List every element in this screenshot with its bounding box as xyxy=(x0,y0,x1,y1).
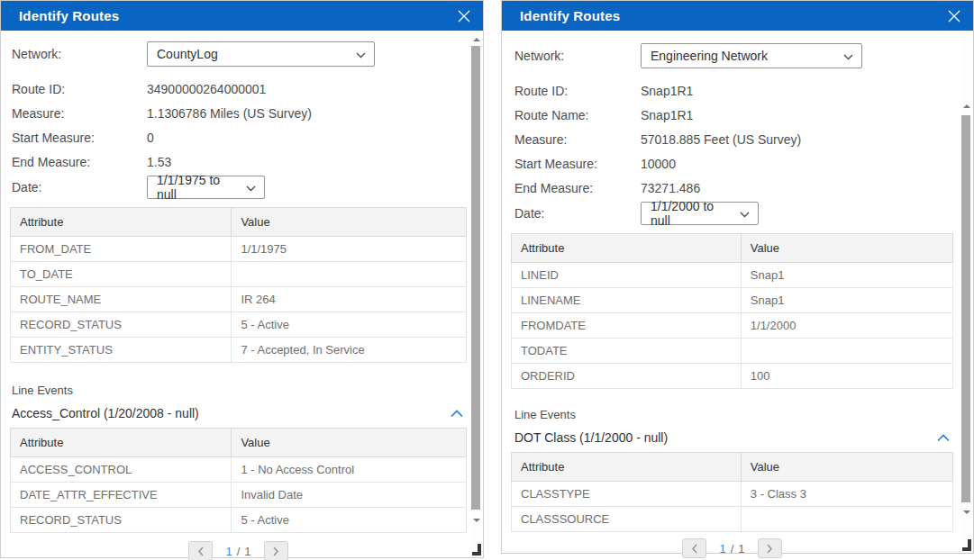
table-row: CLASSTYPE3 - Class 3 xyxy=(512,482,953,507)
end-measure-value: 73271.486 xyxy=(641,181,700,195)
scrollbar-thumb[interactable] xyxy=(471,46,480,510)
route-name-value: Snap1R1 xyxy=(641,108,693,122)
field-row-route-name: Route Name:Snap1R1 xyxy=(511,103,953,127)
chevron-down-icon xyxy=(239,180,256,194)
measure-value: 57018.885 Feet (US Survey) xyxy=(641,132,801,147)
value-cell: 1 - No Access Control xyxy=(232,457,467,483)
field-row-measure: Measure:1.1306786 Miles (US Survey) xyxy=(10,101,467,125)
resize-grip[interactable] xyxy=(472,544,481,555)
total-pages: 1 xyxy=(244,545,250,558)
event-attribute-table: AttributeValueCLASSTYPE3 - Class 3CLASSS… xyxy=(511,452,953,532)
event-section-title: DOT Class (1/1/2000 - null) xyxy=(514,430,668,445)
end-measure-value: 1.53 xyxy=(147,155,171,169)
field-list: Network:CountyLogRoute ID:34900000264000… xyxy=(10,41,467,200)
close-icon[interactable] xyxy=(946,8,962,24)
start-measure-label: Start Measure: xyxy=(12,131,147,145)
network-label: Network: xyxy=(514,49,641,63)
dialog-title-bar[interactable]: Identify Routes xyxy=(1,1,483,31)
vertical-scrollbar xyxy=(470,32,482,556)
table-row: TO_DATE xyxy=(11,262,467,287)
chevron-up-icon[interactable] xyxy=(449,404,465,422)
event-section-header: DOT Class (1/1/2000 - null) xyxy=(511,427,953,447)
next-page-button[interactable] xyxy=(758,538,782,558)
network-select[interactable]: Engineering Network xyxy=(641,43,862,68)
attribute-cell: TODATE xyxy=(512,339,742,364)
measure-label: Measure: xyxy=(514,132,641,147)
field-row-start-measure: Start Measure:0 xyxy=(10,125,467,149)
scroll-down-arrow[interactable] xyxy=(963,510,970,514)
prev-page-button[interactable] xyxy=(682,538,706,558)
scroll-up-arrow[interactable] xyxy=(473,38,480,41)
date-selected-value: 1/1/1975 to null xyxy=(157,173,239,202)
date-label: Date: xyxy=(514,206,641,221)
attribute-cell: DATE_ATTR_EFFECTIVE xyxy=(11,483,232,508)
field-row-end-measure: End Measure:1.53 xyxy=(10,149,467,174)
route-id-value: Snap1R1 xyxy=(641,84,693,98)
scrollbar-thumb[interactable] xyxy=(961,115,970,502)
value-cell: 5 - Active xyxy=(232,312,467,338)
current-page: 1 xyxy=(225,545,232,558)
table-row: FROM_DATE1/1/1975 xyxy=(11,237,467,262)
event-attribute-table: AttributeValueACCESS_CONTROL1 - No Acces… xyxy=(10,428,467,533)
value-cell xyxy=(741,339,952,364)
scroll-up-arrow[interactable] xyxy=(963,104,970,108)
field-row-start-measure: Start Measure:10000 xyxy=(511,151,953,176)
network-select[interactable]: CountyLog xyxy=(147,41,375,67)
table-row: CLASSSOURCE xyxy=(512,507,953,532)
table-header-row: AttributeValue xyxy=(11,429,467,457)
table-row: ENTITY_STATUS7 - Accepted, In Service xyxy=(11,338,467,363)
start-measure-value: 10000 xyxy=(641,157,676,171)
event-section-header: Access_Control (1/20/2008 - null) xyxy=(10,402,467,422)
column-header: Attribute xyxy=(11,208,232,237)
dialog-body: Network:CountyLogRoute ID:34900000264000… xyxy=(1,31,483,560)
next-page-button[interactable] xyxy=(264,541,288,560)
table-row: RECORD_STATUS5 - Active xyxy=(11,508,467,533)
attribute-cell: LINENAME xyxy=(512,288,742,313)
network-selected-value: CountyLog xyxy=(157,47,218,61)
route-attribute-table: AttributeValueLINEIDSnap1LINENAMESnap1FR… xyxy=(511,233,953,389)
table-row: FROMDATE1/1/2000 xyxy=(512,313,953,339)
network-label: Network: xyxy=(12,47,147,61)
attribute-cell: CLASSTYPE xyxy=(512,482,742,507)
dialog-body: Network:Engineering NetworkRoute ID:Snap… xyxy=(502,31,973,558)
field-row-date: Date:1/1/1975 to null xyxy=(10,175,467,200)
value-cell: Snap1 xyxy=(741,263,952,288)
table-row: ORDERID100 xyxy=(512,364,953,389)
attribute-cell: RECORD_STATUS xyxy=(11,508,232,533)
table-header-row: AttributeValue xyxy=(512,453,953,482)
field-row-end-measure: End Measure:73271.486 xyxy=(511,176,953,200)
value-cell: 100 xyxy=(741,364,952,389)
line-events-label: Line Events xyxy=(10,384,467,397)
value-cell xyxy=(232,262,467,287)
value-cell: 1/1/2000 xyxy=(741,313,952,339)
measure-label: Measure: xyxy=(12,106,147,121)
chevron-up-icon[interactable] xyxy=(935,429,951,447)
close-icon[interactable] xyxy=(456,8,472,24)
chevron-down-icon xyxy=(349,47,366,61)
table-header-row: AttributeValue xyxy=(512,234,953,263)
resize-grip[interactable] xyxy=(962,539,971,551)
field-list: Network:Engineering NetworkRoute ID:Snap… xyxy=(511,43,953,226)
date-select[interactable]: 1/1/2000 to null xyxy=(641,202,759,225)
table-row: ROUTE_NAMEIR 264 xyxy=(11,287,467,312)
prev-page-button[interactable] xyxy=(188,541,213,560)
table-row: TODATE xyxy=(512,339,953,364)
route-id-label: Route ID: xyxy=(514,84,641,98)
field-row-network: Network:Engineering Network xyxy=(511,43,953,68)
table-row: RECORD_STATUS5 - Active xyxy=(11,312,467,338)
dialog-title-bar[interactable]: Identify Routes xyxy=(502,1,973,31)
page-indicator: 1 / 1 xyxy=(719,542,744,555)
page-indicator: 1 / 1 xyxy=(225,545,250,558)
end-measure-label: End Measure: xyxy=(12,155,147,169)
date-select[interactable]: 1/1/1975 to null xyxy=(147,176,265,199)
attribute-cell: ACCESS_CONTROL xyxy=(11,457,232,483)
field-row-route-id: Route ID:Snap1R1 xyxy=(511,78,953,103)
column-header: Attribute xyxy=(11,429,232,457)
route-attribute-table: AttributeValueFROM_DATE1/1/1975TO_DATERO… xyxy=(10,207,467,363)
date-label: Date: xyxy=(12,180,147,194)
scroll-down-arrow[interactable] xyxy=(473,519,480,522)
column-header: Attribute xyxy=(512,453,742,482)
table-row: DATE_ATTR_EFFECTIVEInvalid Date xyxy=(11,483,467,508)
value-cell: 3 - Class 3 xyxy=(741,482,952,507)
end-measure-label: End Measure: xyxy=(514,181,641,195)
